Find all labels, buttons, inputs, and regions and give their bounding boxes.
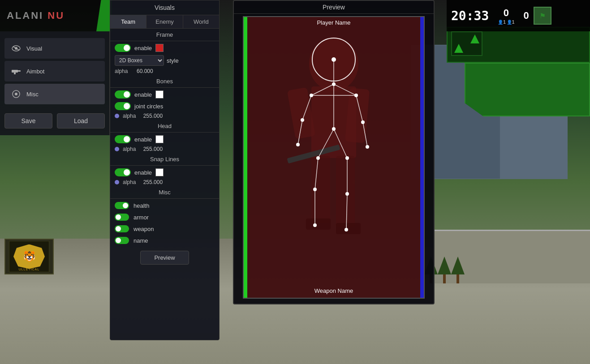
visual-label: Visual	[26, 45, 42, 52]
head-alpha-slider-dot[interactable]	[115, 147, 119, 151]
misc-weapon-toggle[interactable]	[115, 225, 129, 232]
hud-flag-icon: ⚑	[534, 7, 551, 25]
score-right: 0	[523, 10, 529, 21]
preview-panel: Preview Player Name	[233, 0, 435, 304]
head-enable-toggle[interactable]	[115, 135, 131, 143]
sidebar-item-aimbot[interactable]: Aimbot	[4, 61, 105, 81]
frame-dropdown-row: 2D Boxes 3D Boxes Corners style	[110, 54, 219, 67]
sidebar-item-misc[interactable]: Misc	[4, 84, 105, 104]
team-icons-left: 👤1 👤1	[498, 20, 514, 25]
head-enable-row: enable	[110, 133, 219, 145]
snaplines-alpha-slider-dot[interactable]	[115, 180, 119, 184]
logo-subtitle: ULLETICAL	[9, 268, 49, 271]
minimap-team2	[470, 34, 479, 43]
svg-rect-4	[17, 70, 21, 72]
save-button[interactable]: Save	[4, 113, 52, 128]
green-platform-area	[442, 27, 590, 116]
team-logo-inner: 🐯 ULLETICAL	[4, 239, 54, 274]
minimap-team1	[454, 44, 463, 53]
preview-player-name: Player Name	[317, 19, 350, 26]
bones-alpha-value: 255.000	[139, 113, 166, 119]
head-color-picker[interactable]	[155, 135, 164, 143]
visuals-panel: Visuals Team Enemy World Frame enable 2D…	[110, 0, 220, 340]
svg-rect-14	[336, 156, 355, 227]
svg-rect-3	[12, 70, 18, 73]
frame-style-label: style	[167, 57, 179, 64]
minimap	[451, 31, 482, 56]
head-section-label: Head	[110, 120, 219, 131]
frame-alpha-row: alpha 60.000	[110, 67, 219, 75]
head-alpha-value: 255.000	[139, 146, 166, 152]
hud-top-right: 20:33 0 👤1 👤1 0 ⚑	[447, 0, 590, 31]
tab-row: Team Enemy World	[110, 15, 219, 29]
eye-icon	[11, 43, 21, 53]
tab-world[interactable]: World	[183, 15, 219, 28]
misc-label: Misc	[26, 91, 39, 98]
snaplines-alpha-label: alpha	[123, 179, 136, 185]
bones-alpha-label: alpha	[123, 113, 136, 119]
left-panel: Visual Aimbot Misc Save Load	[0, 31, 110, 135]
snaplines-divider	[110, 165, 219, 166]
gun-icon	[11, 66, 21, 76]
tab-team[interactable]: Team	[110, 15, 146, 28]
logo-area: ALANI NU	[0, 0, 110, 31]
misc-name-label: name	[134, 237, 148, 244]
load-button[interactable]: Load	[57, 113, 105, 128]
team-logo: 🐯 ULLETICAL	[4, 239, 54, 274]
frame-divider	[110, 41, 219, 41]
logo-text: ALANI NU	[7, 10, 65, 21]
misc-health-row: health	[110, 200, 219, 211]
health-bar	[244, 17, 247, 298]
bones-enable-toggle[interactable]	[115, 90, 131, 98]
logo-shape: 🐯 ULLETICAL	[9, 241, 49, 272]
svg-rect-5	[14, 73, 16, 74]
preview-content: Player Name	[234, 14, 434, 301]
sidebar-item-visual[interactable]: Visual	[4, 38, 105, 59]
frame-enable-label: enable	[134, 45, 152, 51]
score-left: 0 👤1 👤1	[498, 7, 514, 25]
frame-style-select[interactable]: 2D Boxes 3D Boxes Corners	[115, 55, 164, 66]
misc-name-toggle[interactable]	[115, 237, 129, 244]
bones-joint-row: joint circles	[110, 100, 219, 112]
bones-alpha-row: alpha 255.000	[110, 112, 219, 120]
player-figure	[258, 26, 410, 278]
snaplines-alpha-value: 255.000	[139, 179, 166, 185]
bones-enable-label: enable	[134, 91, 152, 98]
lion-icon: 🐯	[13, 244, 45, 269]
bones-enable-row: enable	[110, 89, 219, 100]
misc-health-toggle[interactable]	[115, 202, 129, 209]
tree-3	[451, 257, 465, 283]
head-divider	[110, 132, 219, 133]
misc-section-label: Misc	[110, 186, 219, 197]
preview-player-area: Player Name	[243, 16, 425, 299]
misc-weapon-row: weapon	[110, 223, 219, 235]
snaplines-enable-toggle[interactable]	[115, 168, 131, 176]
preview-weapon-name: Weapon Name	[314, 287, 353, 294]
tree-2	[438, 257, 451, 283]
snaplines-enable-row: enable	[110, 167, 219, 178]
bones-divider	[110, 87, 219, 88]
frame-color-picker[interactable]	[155, 44, 164, 52]
bones-color-picker[interactable]	[155, 90, 164, 98]
frame-alpha-value: 60.000	[131, 68, 158, 74]
preview-button[interactable]: Preview	[140, 251, 189, 265]
misc-name-row: name	[110, 235, 219, 246]
frame-alpha-label: alpha	[115, 68, 128, 74]
bones-alpha-slider-dot[interactable]	[115, 114, 119, 118]
snaplines-alpha-row: alpha 255.000	[110, 178, 219, 186]
snaplines-color-picker[interactable]	[155, 168, 164, 176]
visuals-panel-header: Visuals	[110, 0, 219, 15]
misc-health-label: health	[134, 202, 149, 209]
armor-bar	[420, 17, 424, 298]
frame-enable-row: enable	[110, 42, 219, 54]
head-enable-label: enable	[134, 136, 152, 143]
bones-joint-label: joint circles	[134, 103, 163, 110]
tab-enemy[interactable]: Enemy	[146, 15, 183, 28]
svg-rect-16	[336, 223, 361, 234]
frame-enable-toggle[interactable]	[115, 44, 131, 52]
misc-armor-toggle[interactable]	[115, 214, 129, 221]
platform-main	[465, 63, 590, 116]
aimbot-label: Aimbot	[26, 68, 44, 75]
bones-joint-toggle[interactable]	[115, 102, 131, 110]
svg-rect-15	[306, 218, 331, 230]
